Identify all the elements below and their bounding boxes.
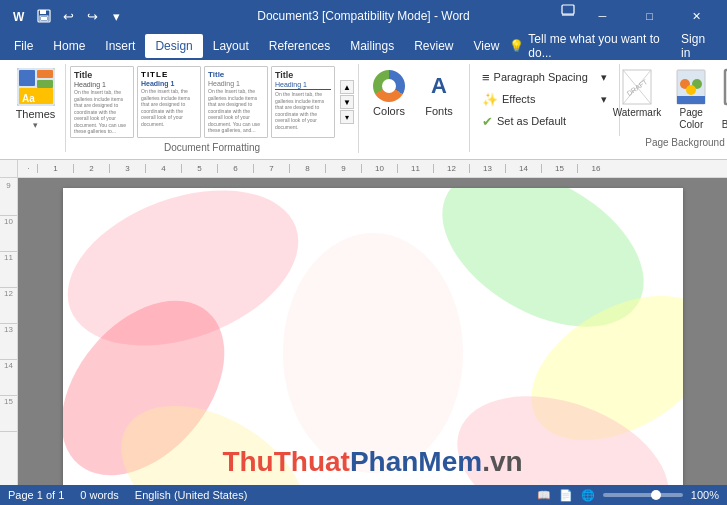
- effects-arrow: ▾: [601, 93, 607, 106]
- thumb4-text: On the Insert tab, the galleries include…: [275, 91, 331, 130]
- page-count: Page 1 of 1: [8, 489, 64, 501]
- close-button[interactable]: ✕: [674, 0, 719, 32]
- print-layout-icon[interactable]: 📄: [559, 489, 573, 502]
- page-borders-label: PageBorders: [722, 107, 727, 131]
- page-color-icon: [673, 68, 709, 106]
- maximize-button[interactable]: □: [627, 0, 672, 32]
- paragraph-spacing-label: Paragraph Spacing: [494, 71, 588, 83]
- thumb-scroll: ▲ ▼ ▾: [340, 80, 354, 124]
- color-circle-inner: [382, 79, 396, 93]
- word-icon: W: [8, 6, 28, 26]
- thumb3-heading: Heading 1: [208, 80, 264, 87]
- svg-rect-11: [37, 80, 53, 88]
- svg-rect-5: [41, 17, 47, 20]
- window-controls: ─ □ ✕: [558, 0, 719, 32]
- colors-icon: [371, 68, 407, 104]
- svg-text:Aa: Aa: [22, 93, 35, 104]
- page-borders-icon: [721, 68, 727, 106]
- svg-rect-10: [37, 70, 53, 78]
- ruler-mark-15: 15: [0, 396, 17, 432]
- effects-group: ≡ Paragraph Spacing ▾ ✨ Effects ▾ ✔ Set …: [470, 64, 620, 136]
- web-layout-icon[interactable]: 🌐: [581, 489, 595, 502]
- undo-icon[interactable]: ↩: [58, 6, 78, 26]
- paragraph-spacing-icon: ≡: [482, 70, 490, 85]
- set-as-default-button[interactable]: ✔ Set as Default: [478, 110, 611, 132]
- scroll-up-button[interactable]: ▲: [340, 80, 354, 94]
- menu-home[interactable]: Home: [43, 34, 95, 58]
- svg-point-30: [283, 233, 463, 473]
- zoom-thumb: [651, 490, 661, 500]
- save-icon[interactable]: [34, 6, 54, 26]
- screen-icon: [558, 0, 578, 20]
- thumb2-title: TITLE: [141, 70, 197, 79]
- scroll-expand-button[interactable]: ▾: [340, 110, 354, 124]
- svg-point-28: [506, 266, 683, 470]
- menu-insert[interactable]: Insert: [95, 34, 145, 58]
- thumb1-title: Title: [74, 70, 130, 80]
- page-color-label: PageColor: [679, 107, 703, 131]
- menu-review[interactable]: Review: [404, 34, 463, 58]
- thumb1-text: On the Insert tab, the galleries include…: [74, 89, 130, 135]
- set-as-default-label: Set as Default: [497, 115, 566, 127]
- thumb4-title: Title: [275, 70, 331, 80]
- ribbon: Aa Themes ▾ Title Heading 1 On the Inser…: [0, 60, 727, 160]
- ruler-mark-9: 9: [0, 180, 17, 216]
- redo-icon[interactable]: ↪: [82, 6, 102, 26]
- zoom-level: 100%: [691, 489, 719, 501]
- page-color-button[interactable]: PageColor: [669, 66, 713, 133]
- thumb4-heading: Heading 1: [275, 81, 331, 90]
- doc-format-thumb-1[interactable]: Title Heading 1 On the Insert tab, the g…: [70, 66, 134, 138]
- svg-point-27: [415, 188, 671, 359]
- page-borders-button[interactable]: PageBorders: [717, 66, 727, 133]
- svg-point-25: [63, 188, 320, 375]
- tell-me-text[interactable]: Tell me what you want to do...: [528, 32, 673, 60]
- fonts-button[interactable]: A Fonts: [415, 66, 463, 119]
- page-background-group: DRAFT Watermark: [620, 64, 727, 152]
- themes-button[interactable]: Aa Themes ▾: [11, 66, 61, 132]
- title-bar: W ↩ ↪ ▾ Document3 [Compatibility Mode] -…: [0, 0, 727, 32]
- check-icon: ✔: [482, 114, 493, 129]
- themes-icon: Aa: [17, 68, 55, 106]
- watermark-brand-text: ThuThuatPhanMem.vn: [222, 446, 522, 478]
- menu-view[interactable]: View: [464, 34, 510, 58]
- menu-layout[interactable]: Layout: [203, 34, 259, 58]
- customize-qat-icon[interactable]: ▾: [106, 6, 126, 26]
- read-mode-icon[interactable]: 📖: [537, 489, 551, 502]
- svg-point-22: [686, 85, 696, 95]
- watermark-button[interactable]: DRAFT Watermark: [609, 66, 666, 133]
- doc-format-thumb-4[interactable]: Title Heading 1 On the Insert tab, the g…: [271, 66, 335, 138]
- menu-design[interactable]: Design: [145, 34, 202, 58]
- menu-references[interactable]: References: [259, 34, 340, 58]
- doc-formatting-group: Title Heading 1 On the Insert tab, the g…: [66, 64, 359, 153]
- ruler-mark-11: 11: [0, 252, 17, 288]
- paragraph-spacing-button[interactable]: ≡ Paragraph Spacing ▾: [478, 66, 611, 88]
- svg-rect-6: [562, 5, 574, 14]
- watermark-part4: vn: [490, 446, 523, 477]
- status-left: Page 1 of 1 0 words English (United Stat…: [8, 489, 247, 501]
- menu-mailings[interactable]: Mailings: [340, 34, 404, 58]
- doc-format-thumb-3[interactable]: Title Heading 1 On the Insert tab, the g…: [204, 66, 268, 138]
- themes-group: Aa Themes ▾: [6, 64, 66, 152]
- menu-file[interactable]: File: [4, 34, 43, 58]
- svg-text:W: W: [13, 10, 25, 24]
- tell-me[interactable]: 💡 Tell me what you want to do...: [509, 32, 673, 60]
- page-bg-buttons: DRAFT Watermark: [609, 66, 727, 133]
- doc-formatting-label: Document Formatting: [164, 142, 260, 153]
- sign-in-button[interactable]: Sign in: [673, 30, 723, 62]
- document-content[interactable]: ThuThuatPhanMem.vn: [18, 178, 727, 485]
- fonts-label: Fonts: [425, 105, 453, 117]
- themes-label: Themes: [16, 108, 56, 120]
- ruler-scale: · 1 2 3 4 5 6 7 8 9 10 11 12 13 14 15 16: [20, 164, 614, 173]
- colors-button[interactable]: Colors: [365, 66, 413, 119]
- document-page[interactable]: ThuThuatPhanMem.vn: [63, 188, 683, 485]
- doc-formatting-content: Title Heading 1 On the Insert tab, the g…: [70, 66, 354, 138]
- doc-format-thumb-2[interactable]: TITLE Heading 1 On the insert tab, the g…: [137, 66, 201, 138]
- word-count: 0 words: [80, 489, 119, 501]
- page-background-content: DRAFT Watermark: [609, 66, 727, 135]
- zoom-slider[interactable]: [603, 493, 683, 497]
- lightbulb-icon: 💡: [509, 39, 524, 53]
- effects-button[interactable]: ✨ Effects ▾: [478, 88, 611, 110]
- minimize-button[interactable]: ─: [580, 0, 625, 32]
- scroll-down-button[interactable]: ▼: [340, 95, 354, 109]
- paragraph-spacing-arrow: ▾: [601, 71, 607, 84]
